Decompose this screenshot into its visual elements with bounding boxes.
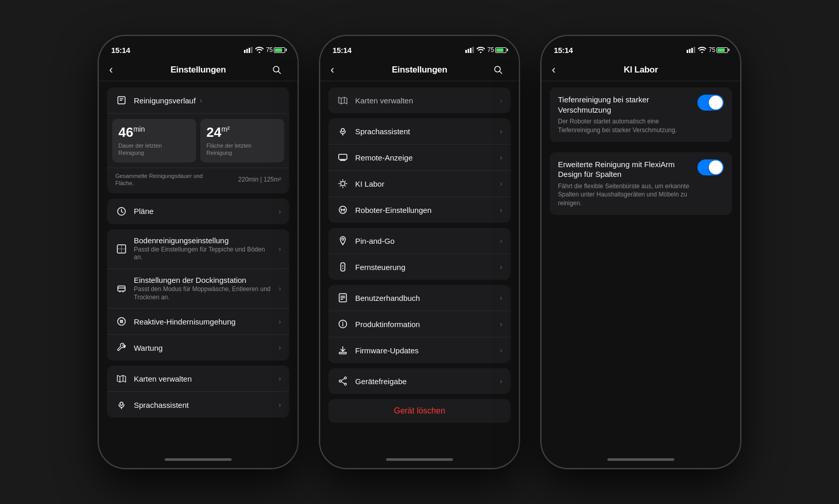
flexi-arm-title: Erweiterte Reinigung mit FlexiArm Design… <box>558 159 691 179</box>
karten-title-1: Karten verwalten <box>134 374 274 383</box>
voice-item-1[interactable]: Sprachassistent › <box>107 392 289 418</box>
karten-partial-title: Karten verwalten <box>355 96 496 105</box>
svg-rect-24 <box>339 154 347 159</box>
plaene-title: Pläne <box>134 207 274 215</box>
search-button-1[interactable] <box>272 65 287 75</box>
stat-duration-label: Dauer der letztenReinigung <box>118 142 190 157</box>
remote-display-title: Remote-Anzeige <box>355 153 496 162</box>
svg-point-14 <box>120 402 123 405</box>
screen-3: Tiefenreinigung bei starker Verschmutzun… <box>541 81 740 451</box>
boden-item[interactable]: Bodenreinigungseinstellung Passt die Ein… <box>107 229 289 269</box>
status-bar-2: 15:14 75 <box>320 36 519 59</box>
stats-header[interactable]: Reinigungsverlauf › <box>107 87 289 114</box>
home-indicator-2 <box>320 451 519 468</box>
back-button-2[interactable]: ‹ <box>330 63 346 77</box>
history-icon <box>115 94 128 106</box>
firmware-title: Firmware-Updates <box>355 346 496 355</box>
signal-icon-3 <box>687 47 695 53</box>
status-time-3: 15:14 <box>554 46 573 55</box>
dock-icon <box>115 282 128 295</box>
svg-rect-16 <box>465 50 467 53</box>
phone-1: 15:14 75 ‹ Einstellungen R <box>98 35 299 469</box>
stats-footer-value: 220min | 125m² <box>238 176 281 183</box>
voice-title-1: Sprachassistent <box>134 401 274 409</box>
signal-icon <box>244 47 253 53</box>
scroll-area-1[interactable]: Reinigungsverlauf › 46min Dauer der letz… <box>99 81 298 451</box>
svg-point-41 <box>344 383 346 385</box>
manual-item[interactable]: Benutzerhandbuch › <box>328 285 511 311</box>
wartung-item[interactable]: Wartung › <box>107 335 289 361</box>
svg-line-21 <box>500 71 502 74</box>
share-item[interactable]: Gerätefreigabe › <box>328 368 511 394</box>
deep-clean-title: Tiefenreinigung bei starker Verschmutzun… <box>558 95 691 115</box>
partial-group: Karten verwalten › <box>328 87 511 113</box>
dock-item[interactable]: Einstellungen der Dockingstation Passt d… <box>107 269 289 309</box>
flexi-arm-toggle[interactable] <box>697 159 724 175</box>
voice-item-2[interactable]: Sprachassistent › <box>328 118 511 145</box>
stats-grid: 46min Dauer der letztenReinigung 24m² Fl… <box>107 114 289 168</box>
obstacle-icon <box>115 315 128 328</box>
svg-point-39 <box>342 322 343 323</box>
stats-footer: Gesammelte Reinigungsdauer undFläche. 22… <box>107 168 289 193</box>
search-button-2[interactable] <box>493 65 509 75</box>
back-button-1[interactable]: ‹ <box>109 63 125 77</box>
floor-icon <box>115 243 128 255</box>
svg-rect-3 <box>251 47 252 53</box>
svg-point-32 <box>342 268 343 269</box>
scroll-area-3[interactable]: Tiefenreinigung bei starker Verschmutzun… <box>541 81 740 451</box>
status-icons-1: 75 <box>244 46 285 53</box>
wrench-icon <box>115 341 128 354</box>
product-info-item[interactable]: Produktinformation › <box>328 311 511 337</box>
deep-clean-setting: Tiefenreinigung bei starker Verschmutzun… <box>550 87 732 142</box>
plaene-item[interactable]: Pläne › <box>107 199 289 224</box>
svg-rect-18 <box>470 48 471 53</box>
svg-rect-47 <box>691 48 693 53</box>
obstacle-title: Reaktive-Hindernisumgehung <box>134 317 274 326</box>
obstacle-item[interactable]: Reaktive-Hindernisumgehung › <box>107 309 289 335</box>
delete-button[interactable]: Gerät löschen <box>328 399 511 423</box>
ki-labor-item[interactable]: KI Labor › <box>328 171 511 197</box>
scroll-area-2[interactable]: Karten verwalten › Sprachassistent › <box>320 81 519 451</box>
svg-rect-45 <box>687 50 688 53</box>
deep-clean-toggle[interactable] <box>697 95 724 111</box>
phone-3: 15:14 75 ‹ KI Labor Tiefenreinigung bei … <box>540 35 741 469</box>
cleaning-group: Bodenreinigungseinstellung Passt die Ein… <box>107 229 289 361</box>
nav-bar-3: ‹ KI Labor <box>541 59 740 81</box>
svg-rect-2 <box>249 48 250 53</box>
status-icons-3: 75 <box>687 46 728 53</box>
svg-line-43 <box>341 379 344 381</box>
screen-2: Karten verwalten › Sprachassistent › <box>320 81 519 451</box>
stats-footer-label: Gesammelte Reinigungsdauer undFläche. <box>115 172 203 187</box>
svg-point-42 <box>339 380 341 382</box>
boden-title: Bodenreinigungseinstellung <box>134 236 274 245</box>
karten-partial[interactable]: Karten verwalten › <box>328 87 511 113</box>
karten-item-1[interactable]: Karten verwalten › <box>107 366 289 392</box>
map-icon-partial <box>337 94 349 106</box>
home-indicator-3 <box>541 451 740 468</box>
stat-area-value: 24m² <box>206 125 278 140</box>
robot-settings-item[interactable]: Roboter-Einstellungen › <box>328 197 511 223</box>
status-time-2: 15:14 <box>333 46 352 55</box>
fernsteuerung-item[interactable]: Fernsteuerung › <box>328 254 511 280</box>
manual-title: Benutzerhandbuch <box>355 294 496 302</box>
pin-title: Pin-and-Go <box>355 237 496 245</box>
pin-icon <box>337 235 349 247</box>
pin-group: Pin-and-Go › Fernsteuerung › <box>328 228 511 280</box>
pin-item[interactable]: Pin-and-Go › <box>328 228 511 254</box>
voice-title-2: Sprachassistent <box>355 127 496 136</box>
phone-2: 15:14 75 ‹ Einstellungen <box>319 35 520 469</box>
remote-display-item[interactable]: Remote-Anzeige › <box>328 145 511 171</box>
firmware-item[interactable]: Firmware-Updates › <box>328 337 511 363</box>
wifi-icon-2 <box>477 47 485 53</box>
status-time-1: 15:14 <box>111 46 130 55</box>
svg-rect-30 <box>341 263 345 271</box>
info-icon <box>337 318 349 330</box>
stats-title: Reinigungsverlauf <box>134 96 196 105</box>
dock-subtitle: Passt den Modus für Moppwäsche, Entleere… <box>134 285 274 301</box>
status-bar-3: 15:14 75 <box>541 36 740 59</box>
stat-area: 24m² Fläche der letztenReinigung <box>200 119 284 163</box>
svg-line-5 <box>278 71 281 74</box>
svg-rect-19 <box>472 47 474 53</box>
back-button-3[interactable]: ‹ <box>552 63 567 77</box>
remote-icon <box>337 261 349 273</box>
